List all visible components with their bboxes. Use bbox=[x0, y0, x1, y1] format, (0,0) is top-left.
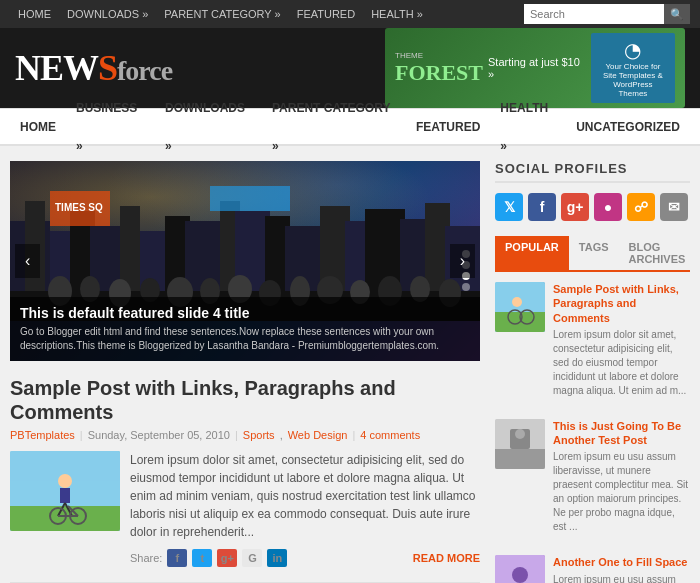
logo-force: force bbox=[117, 55, 172, 86]
top-navigation: HOME DOWNLOADS » PARENT CATEGORY » FEATU… bbox=[0, 0, 700, 28]
article-1-title-link[interactable]: Sample Post with Links, Paragraphs and C… bbox=[10, 377, 396, 423]
sidebar-post-2-info: This is Just Going To Be Another Test Po… bbox=[553, 419, 690, 535]
topnav-home[interactable]: HOME bbox=[10, 0, 59, 28]
banner-wp-text: WordPress Themes bbox=[599, 80, 667, 98]
sidebar-post-3-link[interactable]: Another One to Fill Space bbox=[553, 556, 687, 568]
mainnav-parent-category[interactable]: PARENT CATEGORY » bbox=[262, 89, 406, 165]
sidebar-post-2-text: Lorem ipsum eu usu assum liberavisse, ut… bbox=[553, 450, 690, 534]
facebook-icon[interactable]: f bbox=[528, 193, 556, 221]
article-1-content: Lorem ipsum dolor sit amet, consectetur … bbox=[130, 451, 480, 567]
svg-rect-21 bbox=[210, 186, 290, 211]
svg-point-56 bbox=[515, 429, 525, 439]
share-label: Share: bbox=[130, 552, 162, 564]
topnav-featured[interactable]: FEATURED bbox=[289, 0, 363, 28]
tab-blog-archives[interactable]: BLOG ARCHIVES bbox=[619, 236, 696, 270]
sidebar-post-1-thumb bbox=[495, 282, 545, 332]
wordpress-icon: ◔ bbox=[599, 38, 667, 62]
search-input[interactable] bbox=[524, 4, 664, 24]
share-twitter-button[interactable]: t bbox=[192, 549, 212, 567]
rss-icon[interactable]: ☍ bbox=[627, 193, 655, 221]
meta-sep-1: | bbox=[80, 429, 83, 441]
banner-themeforest: THEME FOREST bbox=[395, 51, 483, 86]
article-1-cat1[interactable]: Sports bbox=[243, 429, 275, 441]
slider-prev-button[interactable]: ‹ bbox=[15, 244, 40, 278]
logo-s: S bbox=[98, 48, 117, 88]
sidebar-post-2-thumb bbox=[495, 419, 545, 469]
logo-text: NEWSforce bbox=[15, 47, 172, 89]
article-1-cat2[interactable]: Web Design bbox=[288, 429, 348, 441]
mainnav-health[interactable]: HEALTH » bbox=[490, 89, 566, 165]
sidebar-tabs: POPULAR TAGS BLOG ARCHIVES bbox=[495, 236, 690, 272]
mainnav-home[interactable]: HOME bbox=[10, 108, 66, 146]
article-1-date: Sunday, September 05, 2010 bbox=[88, 429, 230, 441]
slider-dot-4[interactable] bbox=[462, 283, 470, 291]
meta-sep-2: | bbox=[235, 429, 238, 441]
tab-popular[interactable]: POPULAR bbox=[495, 236, 569, 270]
banner-choice-text: Your Choice for bbox=[599, 62, 667, 71]
main-navigation: HOME BUSINESS » DOWNLOADS » PARENT CATEG… bbox=[0, 108, 700, 146]
social-profiles-section: SOCIAL PROFILES 𝕏 f g+ ● ☍ ✉ bbox=[495, 161, 690, 221]
topnav-health[interactable]: HEALTH » bbox=[363, 0, 431, 28]
article-1-share: Share: f t g+ G in READ MORE bbox=[130, 549, 480, 567]
share-facebook-button[interactable]: f bbox=[167, 549, 187, 567]
email-icon[interactable]: ✉ bbox=[660, 193, 688, 221]
banner-theme-text: THEME bbox=[395, 51, 483, 60]
mainnav-uncategorized[interactable]: UNCATEGORIZED bbox=[566, 108, 690, 146]
svg-point-50 bbox=[512, 297, 522, 307]
article-1: Sample Post with Links, Paragraphs and C… bbox=[10, 376, 480, 583]
sidebar-post-3-info: Another One to Fill Space Lorem ipsum eu… bbox=[553, 555, 690, 583]
content-wrapper: TIMES SQ bbox=[0, 146, 700, 583]
sidebar-post-1: Sample Post with Links, Paragraphs and C… bbox=[495, 282, 690, 409]
top-nav-links: HOME DOWNLOADS » PARENT CATEGORY » FEATU… bbox=[10, 0, 431, 28]
slider-caption: This is default featured slide 4 title G… bbox=[10, 297, 480, 361]
sidebar-post-1-link[interactable]: Sample Post with Links, Paragraphs and C… bbox=[553, 283, 679, 324]
article-1-title: Sample Post with Links, Paragraphs and C… bbox=[10, 376, 480, 424]
svg-rect-41 bbox=[60, 488, 70, 503]
logo-new: NEW bbox=[15, 48, 98, 88]
sidebar-post-2-title: This is Just Going To Be Another Test Po… bbox=[553, 419, 690, 448]
slider-next-button[interactable]: › bbox=[450, 244, 475, 278]
main-content: TIMES SQ bbox=[10, 161, 480, 583]
mainnav-downloads[interactable]: DOWNLOADS » bbox=[155, 89, 262, 165]
slider-title: This is default featured slide 4 title bbox=[20, 305, 470, 321]
mainnav-business[interactable]: BUSINESS » bbox=[66, 89, 155, 165]
svg-text:TIMES SQ: TIMES SQ bbox=[55, 202, 103, 213]
search-button[interactable]: 🔍 bbox=[664, 4, 690, 24]
site-logo: NEWSforce bbox=[15, 47, 172, 89]
read-more-link[interactable]: READ MORE bbox=[413, 552, 480, 564]
sidebar: SOCIAL PROFILES 𝕏 f g+ ● ☍ ✉ POPULAR TAG… bbox=[495, 161, 690, 583]
article-1-thumbnail bbox=[10, 451, 120, 531]
slider-caption-text: Go to Blogger edit html and find these s… bbox=[20, 325, 470, 353]
article-1-comments[interactable]: 4 comments bbox=[360, 429, 420, 441]
share-google-button[interactable]: G bbox=[242, 549, 262, 567]
article-1-body: Lorem ipsum dolor sit amet, consectetur … bbox=[10, 451, 480, 567]
article-1-author[interactable]: PBTemplates bbox=[10, 429, 75, 441]
share-googleplus-button[interactable]: g+ bbox=[217, 549, 237, 567]
article-1-meta: PBTemplates | Sunday, September 05, 2010… bbox=[10, 429, 480, 441]
twitter-icon[interactable]: 𝕏 bbox=[495, 193, 523, 221]
topnav-downloads[interactable]: DOWNLOADS » bbox=[59, 0, 156, 28]
sidebar-post-3: Another One to Fill Space Lorem ipsum eu… bbox=[495, 555, 690, 583]
banner-forest-text: FOREST bbox=[395, 60, 483, 86]
social-icons-list: 𝕏 f g+ ● ☍ ✉ bbox=[495, 193, 690, 221]
featured-slider: TIMES SQ bbox=[10, 161, 480, 361]
sidebar-post-2: This is Just Going To Be Another Test Po… bbox=[495, 419, 690, 546]
mainnav-featured[interactable]: FEATURED bbox=[406, 108, 490, 146]
sidebar-post-1-info: Sample Post with Links, Paragraphs and C… bbox=[553, 282, 690, 398]
topnav-parent-category[interactable]: PARENT CATEGORY » bbox=[156, 0, 288, 28]
banner-wordpress: ◔ Your Choice for Site Templates & WordP… bbox=[591, 33, 675, 103]
googleplus-icon[interactable]: g+ bbox=[561, 193, 589, 221]
banner-site-text: Site Templates & bbox=[599, 71, 667, 80]
instagram-icon[interactable]: ● bbox=[594, 193, 622, 221]
sp-thumb-2-svg bbox=[495, 419, 545, 469]
meta-sep-3: | bbox=[352, 429, 355, 441]
sidebar-post-2-link[interactable]: This is Just Going To Be Another Test Po… bbox=[553, 420, 681, 446]
tab-tags[interactable]: TAGS bbox=[569, 236, 619, 270]
svg-rect-54 bbox=[495, 449, 545, 469]
svg-point-58 bbox=[512, 567, 528, 583]
sp-thumb-1-svg bbox=[495, 282, 545, 332]
share-linkedin-button[interactable]: in bbox=[267, 549, 287, 567]
svg-point-40 bbox=[58, 474, 72, 488]
article-1-thumb-img bbox=[10, 451, 120, 531]
sidebar-tabs-section: POPULAR TAGS BLOG ARCHIVES bbox=[495, 236, 690, 583]
